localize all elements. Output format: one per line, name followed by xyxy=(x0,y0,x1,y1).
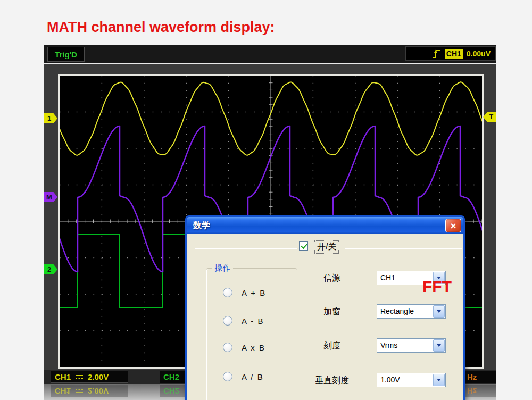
trigger-source-badge: CH1 xyxy=(445,49,463,59)
chevron-down-icon xyxy=(437,344,441,349)
trigger-edge-icon xyxy=(432,48,441,59)
ch1-readout-reflection: CH1 2.00V xyxy=(51,385,128,397)
dropdown-button[interactable] xyxy=(433,339,445,352)
checkmark-icon xyxy=(301,242,307,249)
fft-annotation: FFT xyxy=(422,278,452,296)
scale-label: 刻度 xyxy=(323,338,340,353)
scale-select[interactable]: Vrms xyxy=(377,338,446,353)
scale-field-row: 刻度 Vrms xyxy=(187,338,463,353)
ch1-label: CH1 xyxy=(55,372,71,381)
close-icon: × xyxy=(450,221,456,231)
channel1-position-marker[interactable]: 1 xyxy=(44,113,57,123)
ch1-readout: CH1 2.00V xyxy=(51,371,128,383)
channel2-position-marker[interactable]: 2 xyxy=(44,264,57,274)
trigger-level: 0.00uV xyxy=(467,49,491,58)
divider xyxy=(195,248,297,248)
chevron-down-icon xyxy=(437,310,441,315)
frequency-unit: Hz xyxy=(467,372,477,381)
source-value: CH1 xyxy=(380,271,395,285)
dialog-body: 开/关 操作 A + B A - B A x B A / B 信源 CH1 xyxy=(187,234,463,400)
trigger-level-marker[interactable]: T xyxy=(483,112,496,122)
dc-coupling-icon xyxy=(75,374,84,380)
close-button[interactable]: × xyxy=(445,219,461,232)
frequency-readout-reflection: Hz xyxy=(465,385,496,397)
window-select[interactable]: Rectangle xyxy=(377,304,446,319)
vertical-scale-value: 1.00V xyxy=(380,373,400,387)
source-label: 信源 xyxy=(323,271,340,285)
dc-coupling-icon xyxy=(75,388,84,394)
dialog-titlebar[interactable]: 数学 × xyxy=(187,217,463,234)
source-field-row: 信源 CH1 xyxy=(187,271,463,285)
trigger-info: CH1 0.00uV xyxy=(405,46,496,61)
operation-a-plus-b[interactable]: A + B xyxy=(223,287,297,298)
page-title: MATH channel waveform display: xyxy=(47,19,275,36)
divider xyxy=(345,248,462,248)
chevron-down-icon xyxy=(437,379,441,384)
vertical-scale-select[interactable]: 1.00V xyxy=(377,373,446,387)
window-value: Rectangle xyxy=(380,305,414,318)
math-dialog: 数学 × 开/关 操作 A + B A - B A x B A / B xyxy=(185,215,465,400)
vertical-scale-field-row: 垂直刻度 1.00V xyxy=(187,373,463,387)
ch1-scale-value: 2.00V xyxy=(88,372,109,381)
dialog-title: 数学 xyxy=(193,220,210,231)
math-position-marker[interactable]: M xyxy=(44,192,57,202)
radio-label[interactable]: A + B xyxy=(242,288,266,297)
math-enable-label[interactable]: 开/关 xyxy=(314,240,339,254)
math-enable-checkbox[interactable] xyxy=(299,241,308,251)
ch2-label: CH2 xyxy=(163,372,179,381)
window-label: 加窗 xyxy=(323,304,340,319)
window-field-row: 加窗 Rectangle xyxy=(187,304,463,319)
dropdown-button[interactable] xyxy=(433,305,445,318)
trigger-status: Trig'D xyxy=(47,47,85,62)
frequency-readout: Hz xyxy=(465,371,496,383)
dropdown-button[interactable] xyxy=(433,374,445,386)
scale-value: Vrms xyxy=(380,339,397,352)
scope-status-bar: Trig'D CH1 0.00uV xyxy=(44,45,496,63)
vertical-scale-label: 垂直刻度 xyxy=(315,373,349,387)
radio-button[interactable] xyxy=(223,288,232,297)
